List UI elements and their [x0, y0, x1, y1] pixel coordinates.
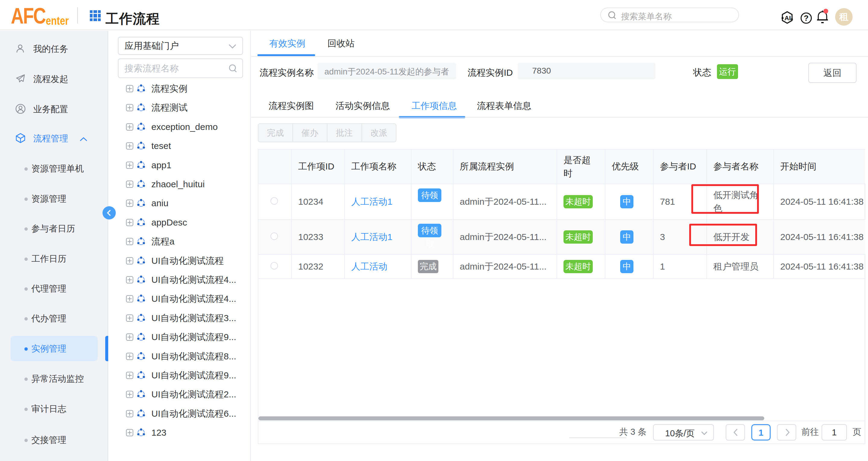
- svg-text:AI: AI: [784, 14, 791, 22]
- svg-text:?: ?: [804, 13, 809, 23]
